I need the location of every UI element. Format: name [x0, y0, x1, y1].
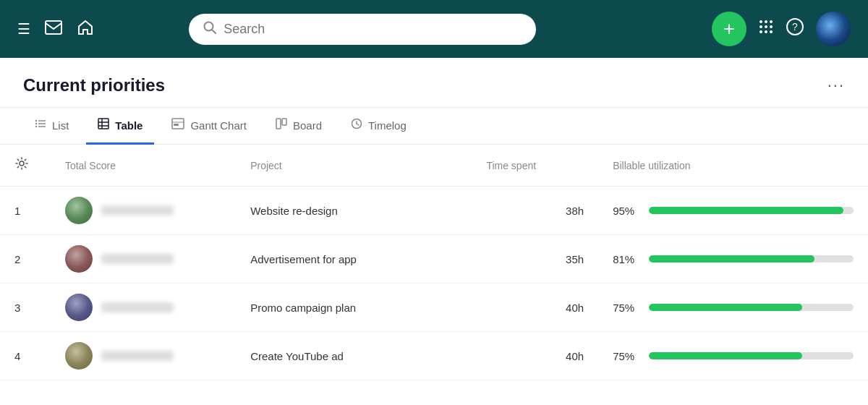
nav-right: + ? [712, 12, 851, 46]
row-billable-2: 81% [598, 235, 868, 284]
tab-timelog[interactable]: Timelog [339, 108, 418, 145]
search-icon [203, 21, 216, 38]
row-project-3: Promo campaign plan [236, 284, 472, 332]
tab-gantt-label: Gantt Chart [190, 119, 247, 132]
list-tab-icon [35, 118, 46, 132]
timelog-tab-icon [351, 118, 362, 132]
tab-board-label: Board [293, 119, 322, 132]
progress-bar-2 [649, 255, 854, 263]
progress-bar-4 [649, 352, 854, 359]
row-time-2: 35h [472, 235, 598, 284]
row-rank-1: 1 [0, 187, 51, 235]
table-header-row: Total Score Project Time spent Billable … [0, 145, 868, 187]
svg-rect-26 [174, 124, 179, 126]
svg-point-5 [770, 20, 773, 23]
search-bar[interactable] [189, 14, 536, 45]
table-row: 4 Create YouTube ad 40h 75% [0, 332, 868, 380]
svg-point-17 [35, 120, 37, 122]
menu-icon[interactable]: ☰ [17, 20, 30, 38]
user-name-blurred-2 [101, 254, 174, 264]
row-project-4: Create YouTube ad [236, 332, 472, 380]
page-header: Current priorities ··· [0, 58, 868, 108]
tab-board[interactable]: Board [264, 108, 333, 145]
table-tab-icon [98, 118, 109, 132]
tab-list-label: List [52, 119, 69, 132]
row-project-2: Advertisement for app [236, 235, 472, 284]
tab-gantt[interactable]: Gantt Chart [160, 108, 258, 145]
svg-point-10 [765, 30, 767, 33]
add-button[interactable]: + [712, 12, 746, 46]
row-time-4: 40h [472, 332, 598, 380]
svg-rect-20 [98, 119, 109, 129]
svg-point-32 [20, 161, 24, 166]
th-total-score: Total Score [51, 145, 236, 187]
row-rank-4: 4 [0, 332, 51, 380]
data-table: Total Score Project Time spent Billable … [0, 145, 868, 380]
tab-table[interactable]: Table [86, 108, 154, 145]
svg-text:?: ? [792, 21, 798, 33]
tab-list[interactable]: List [23, 108, 80, 145]
th-project: Project [236, 145, 472, 187]
svg-rect-0 [46, 21, 61, 34]
user-name-blurred-4 [101, 351, 174, 361]
user-avatar-1 [65, 197, 93, 224]
grid-icon[interactable] [758, 19, 774, 39]
row-time-3: 40h [472, 284, 598, 332]
board-tab-icon [276, 118, 287, 132]
row-billable-3: 75% [598, 284, 868, 332]
svg-line-2 [212, 30, 216, 33]
svg-point-19 [35, 126, 37, 127]
top-navigation: ☰ + [0, 0, 868, 58]
more-options-button[interactable]: ··· [827, 76, 845, 95]
user-avatar-nav[interactable] [816, 12, 851, 46]
gantt-tab-icon [171, 118, 184, 132]
row-time-1: 38h [472, 187, 598, 235]
search-input[interactable] [224, 22, 522, 37]
user-avatar-2 [65, 245, 93, 273]
svg-point-3 [760, 20, 762, 23]
tab-bar: List Table Gantt Chart [0, 108, 868, 145]
row-project-1: Website re-design [236, 187, 472, 235]
user-avatar-4 [65, 342, 93, 370]
table-row: 3 Promo campaign plan 40h 75% [0, 284, 868, 332]
row-rank-2: 2 [0, 235, 51, 284]
table-container: Total Score Project Time spent Billable … [0, 145, 868, 380]
user-name-blurred-3 [101, 302, 174, 312]
help-icon[interactable]: ? [786, 17, 804, 40]
row-rank-3: 3 [0, 284, 51, 332]
th-billable: Billable utilization [598, 145, 868, 187]
svg-point-11 [770, 30, 773, 33]
tab-table-label: Table [115, 119, 142, 132]
table-row: 2 Advertisement for app 35h 81% [0, 235, 868, 284]
row-billable-1: 95% [598, 187, 868, 235]
row-billable-4: 75% [598, 332, 868, 380]
user-avatar-3 [65, 294, 93, 321]
page-title: Current priorities [23, 75, 165, 95]
svg-rect-27 [276, 119, 281, 129]
svg-point-8 [770, 25, 773, 28]
svg-point-4 [765, 20, 767, 23]
svg-point-6 [760, 25, 762, 28]
th-settings [0, 145, 51, 187]
settings-icon[interactable] [14, 159, 29, 174]
svg-point-9 [760, 30, 762, 33]
home-icon[interactable] [77, 19, 94, 40]
row-user-2 [51, 235, 236, 284]
table-row: 1 Website re-design 38h 95% [0, 187, 868, 235]
svg-rect-28 [282, 119, 286, 125]
mail-icon[interactable] [45, 20, 62, 38]
progress-bar-3 [649, 304, 854, 311]
svg-line-31 [357, 124, 359, 125]
progress-bar-1 [649, 207, 854, 214]
tab-timelog-label: Timelog [368, 119, 407, 132]
main-content: Current priorities ··· List [0, 58, 868, 405]
user-name-blurred-1 [101, 205, 174, 216]
row-user-3 [51, 284, 236, 332]
svg-point-7 [765, 25, 767, 28]
th-time-spent: Time spent [472, 145, 598, 187]
row-user-1 [51, 187, 236, 235]
svg-point-18 [35, 123, 37, 124]
nav-left: ☰ [17, 19, 94, 40]
row-user-4 [51, 332, 236, 380]
